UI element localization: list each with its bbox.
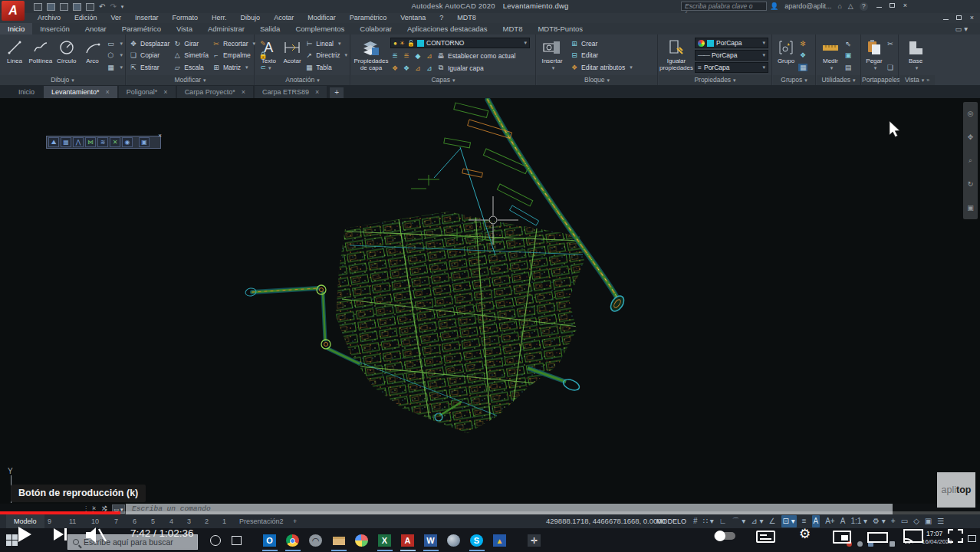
cast-icon[interactable] bbox=[903, 529, 923, 544]
panel-label-dibujo[interactable]: Dibujo▾ bbox=[0, 75, 125, 85]
isolate-icon[interactable]: ◇ bbox=[913, 515, 919, 527]
layout-tab-3[interactable]: 3 bbox=[187, 514, 191, 528]
close-tab-icon[interactable]: × bbox=[315, 88, 319, 96]
clean-screen-icon[interactable]: ▣ bbox=[925, 515, 932, 527]
chrome-icon[interactable] bbox=[286, 534, 299, 547]
doc-minimize-button[interactable] bbox=[941, 15, 951, 22]
panel-label-propiedades[interactable]: Propiedades▾ bbox=[659, 75, 771, 85]
panel-label-capas[interactable]: Capas▾ bbox=[351, 75, 535, 85]
measure-button[interactable]: Medir▾ bbox=[819, 36, 842, 74]
ribbon-tab-aplicaciones[interactable]: Aplicaciones destacadas bbox=[400, 23, 495, 34]
menu-ver[interactable]: Ver bbox=[104, 13, 129, 23]
layout-tab-presentacion2[interactable]: Presentación2 bbox=[239, 514, 284, 528]
menu-formato[interactable]: Formato bbox=[166, 13, 206, 23]
close-tab-icon[interactable]: × bbox=[106, 88, 110, 96]
menu-parametrico[interactable]: Paramétrico bbox=[343, 13, 394, 23]
menu-modificar[interactable]: Modificar bbox=[301, 13, 343, 23]
panel-label-bloque[interactable]: Bloque▾ bbox=[537, 75, 657, 85]
mdt-app-icon[interactable]: ▲ bbox=[493, 534, 506, 547]
customization-icon[interactable]: ☰ bbox=[937, 515, 944, 527]
space-indicator[interactable]: MODELO bbox=[656, 514, 686, 528]
quick-select-icon[interactable]: ▣ bbox=[844, 51, 853, 61]
excel-icon[interactable]: X bbox=[378, 534, 391, 547]
leader-button[interactable]: ↗Directriz▾ bbox=[304, 51, 347, 61]
file-explorer-icon[interactable] bbox=[332, 534, 345, 547]
mdt-tool-icon[interactable]: ⋀ bbox=[73, 137, 84, 147]
start-button[interactable] bbox=[6, 534, 18, 546]
autocad-app-icon[interactable]: A bbox=[2, 1, 25, 21]
mute-icon[interactable] bbox=[84, 526, 107, 544]
layout-tab-4[interactable]: 4 bbox=[169, 514, 173, 528]
scale-value[interactable]: 1:1 ▾ bbox=[850, 515, 867, 527]
panel-label-utilidades[interactable]: Utilidades▾ bbox=[817, 75, 860, 85]
mirror-button[interactable]: △Simetría bbox=[173, 51, 209, 61]
zoom-icon[interactable]: ⌕ bbox=[968, 156, 972, 165]
doc-close-button[interactable]: × bbox=[967, 15, 977, 22]
close-button[interactable]: × bbox=[900, 2, 910, 10]
showmotion-icon[interactable]: ▣ bbox=[967, 204, 974, 212]
array-button[interactable]: ⊞Matriz▾ bbox=[212, 62, 255, 72]
autocad-icon[interactable]: A bbox=[401, 534, 414, 547]
autoplay-toggle[interactable] bbox=[714, 532, 735, 540]
osnap-icon[interactable]: ⊡ ▾ bbox=[781, 515, 797, 527]
layer-combobox[interactable]: ● ☀ 🔓 CONTORNO ▾ bbox=[390, 38, 530, 48]
mdt-tool-icon[interactable]: ⛰ bbox=[48, 137, 59, 147]
tray-display-icon[interactable] bbox=[890, 541, 895, 547]
isodraft-icon[interactable]: ⊿ ▾ bbox=[751, 515, 763, 527]
ribbon-tab-administrar[interactable]: Administrar bbox=[200, 23, 252, 34]
full-nav-wheel-icon[interactable]: ◎ bbox=[968, 110, 974, 117]
copy-button[interactable]: ❏Copiar bbox=[129, 51, 169, 61]
create-block-button[interactable]: ⊞Crear bbox=[570, 38, 633, 48]
ribbon-display-toggle-icon[interactable]: ▭ ▾ bbox=[948, 23, 975, 34]
settings-app-icon[interactable]: ✛ bbox=[528, 534, 541, 547]
ellipse-tool-icon[interactable]: ⬡▾ bbox=[107, 51, 123, 61]
task-view-icon[interactable] bbox=[232, 536, 242, 545]
command-customize-icon[interactable]: ⚒ bbox=[100, 505, 108, 511]
signin-user[interactable]: apardo@aplit... bbox=[784, 2, 831, 10]
cortana-icon[interactable] bbox=[210, 535, 221, 546]
annotation-scale-icon[interactable]: A bbox=[840, 515, 846, 527]
ungroup-icon[interactable]: ✻ bbox=[798, 38, 807, 48]
polar-icon[interactable]: ⌒ ▾ bbox=[732, 515, 746, 527]
stretch-button[interactable]: ⇱Estirar bbox=[129, 62, 169, 72]
next-video-button[interactable] bbox=[54, 528, 64, 540]
ribbon-tab-mdt8-puntos[interactable]: MDT8-Puntos bbox=[530, 23, 590, 34]
help-icon[interactable]: ? bbox=[860, 2, 868, 11]
ortho-icon[interactable]: ∟ bbox=[719, 515, 727, 527]
new-drawing-tab-button[interactable]: + bbox=[330, 87, 344, 98]
match-properties-button[interactable]: Igualar propiedades bbox=[661, 36, 692, 74]
edit-attributes-button[interactable]: ❖Editar atributos▾ bbox=[570, 62, 633, 72]
fillet-button[interactable]: ⌐Empalme bbox=[212, 51, 255, 61]
close-tab-icon[interactable]: × bbox=[242, 88, 245, 96]
set-current-layer-button[interactable]: ≝≝◆⊿ 🖶 Establecer como actual bbox=[390, 51, 530, 61]
rectangle-tool-icon[interactable]: ▭▾ bbox=[107, 38, 123, 48]
dimension-button[interactable]: Acotar bbox=[281, 36, 304, 74]
app-store-cart-icon[interactable]: ⌂ bbox=[837, 2, 841, 10]
play-button[interactable] bbox=[18, 527, 31, 542]
mdt-tool-icon[interactable]: ▦ bbox=[61, 137, 71, 147]
linetype-combobox[interactable]: —— PorCapa▾ bbox=[695, 50, 768, 61]
word-icon[interactable]: W bbox=[424, 534, 437, 547]
grid-icon[interactable]: # bbox=[693, 515, 698, 527]
arc-button[interactable]: Arco bbox=[81, 36, 105, 74]
move-button[interactable]: ✥Desplazar bbox=[129, 38, 169, 48]
snap-icon[interactable]: ∷ ▾ bbox=[703, 515, 714, 527]
layer-properties-button[interactable]: Propiedades de capa bbox=[354, 36, 389, 74]
trim-button[interactable]: ✂Recortar▾ bbox=[212, 38, 255, 48]
file-tab-carpa-etrs89[interactable]: Carpa ETRS89× bbox=[255, 86, 327, 98]
ribbon-tab-salida[interactable]: Salida bbox=[252, 23, 288, 34]
id-point-icon[interactable]: ⇖ bbox=[844, 38, 853, 48]
group-select-icon[interactable]: ▦ bbox=[798, 62, 807, 72]
ribbon-tab-parametrico[interactable]: Paramétrico bbox=[114, 23, 169, 34]
layout-tab-11[interactable]: 11 bbox=[69, 514, 76, 528]
linear-dim-button[interactable]: ⊢Lineal▾ bbox=[304, 38, 347, 48]
panel-label-grupos[interactable]: Grupos▾ bbox=[773, 75, 815, 85]
file-tab-carpa-proyecto[interactable]: Carpa Proyecto*× bbox=[177, 86, 253, 98]
ribbon-tab-vista[interactable]: Vista bbox=[169, 23, 200, 34]
tray-icon[interactable] bbox=[857, 541, 863, 547]
annotation-visibility-icon[interactable]: A bbox=[812, 515, 821, 527]
ribbon-tab-complementos[interactable]: Complementos bbox=[288, 23, 352, 34]
panel-label-modificar[interactable]: Modificar▾ bbox=[127, 75, 254, 85]
close-tab-icon[interactable]: × bbox=[163, 88, 167, 96]
scale-button[interactable]: ▱Escala bbox=[173, 62, 209, 72]
